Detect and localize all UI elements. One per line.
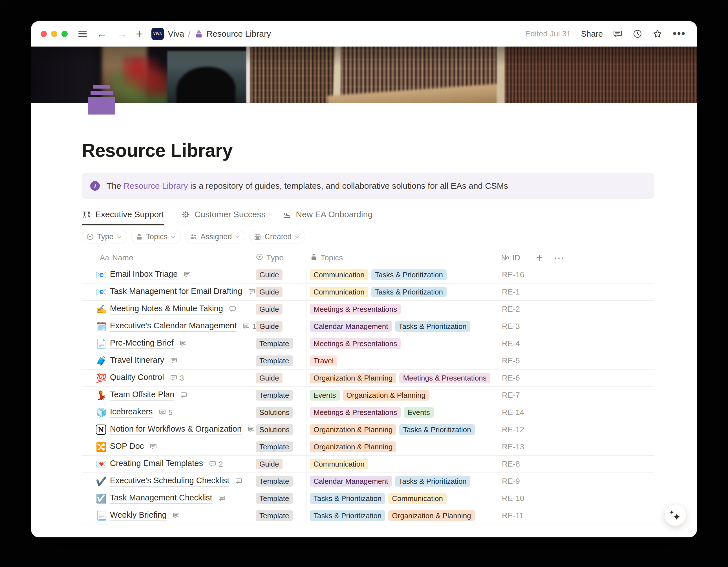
id-cell[interactable]: RE-8 [498,456,528,473]
topics-cell[interactable]: CommunicationTasks & Prioritization [306,284,498,301]
sidebar-menu-icon[interactable] [78,31,87,37]
row-title[interactable]: Weekly Briefing [110,510,167,521]
comment-badge[interactable]: 2 [209,460,223,469]
row-title[interactable]: Meeting Notes & Minute Taking [110,304,223,315]
name-cell[interactable]: 🧳 Travel Itinerary [82,352,252,369]
topics-cell[interactable]: Tasks & PrioritizationOrganization & Pla… [306,507,498,524]
row-title[interactable]: Travel Itinerary [110,356,164,366]
id-cell[interactable]: RE-6 [498,370,528,387]
type-cell[interactable]: Template [252,387,306,404]
name-cell[interactable]: 🧊 Icebreakers 5 [82,404,252,421]
minimize-button[interactable] [51,31,57,37]
table-row[interactable]: ✍️ Meeting Notes & Minute Taking Guide M… [82,301,654,318]
id-cell[interactable]: RE-11 [498,507,528,524]
column-header-name[interactable]: Aa Name [82,253,252,262]
table-row[interactable]: 🧊 Icebreakers 5 Solutions Meetings & Pre… [82,404,654,421]
name-cell[interactable]: 📃 Weekly Briefing [82,507,252,524]
topics-cell[interactable]: Organization & PlanningMeetings & Presen… [306,370,498,387]
name-cell[interactable]: 🔀 SOP Doc [82,438,252,455]
share-button[interactable]: Share [581,29,603,39]
type-cell[interactable]: Guide [252,370,306,387]
row-title[interactable]: Icebreakers [110,407,153,418]
comment-badge[interactable] [149,443,160,451]
filter-pill-topics[interactable]: Topics [131,230,181,243]
type-cell[interactable]: Guide [252,301,306,318]
name-cell[interactable]: 📧 Email Inbox Triage [82,266,252,283]
topics-cell[interactable]: Meetings & Presentations [306,335,498,352]
type-cell[interactable]: Template [252,352,306,369]
id-cell[interactable]: RE-5 [498,352,528,369]
comment-badge[interactable] [218,495,228,502]
new-tab-button[interactable]: + [136,28,142,39]
row-title[interactable]: Notion for Workflows & Organization [110,424,242,435]
name-cell[interactable]: 🗓️ Executive’s Calendar Management 1 [82,318,252,335]
name-cell[interactable]: 💃 Team Offsite Plan [82,387,252,404]
comment-badge[interactable]: 3 [170,374,184,383]
close-button[interactable] [41,31,47,37]
id-cell[interactable]: RE-12 [498,421,528,438]
comment-badge[interactable] [229,305,239,313]
table-row[interactable]: 🗓️ Executive’s Calendar Management 1 Gui… [82,318,654,335]
type-cell[interactable]: Template [252,507,306,524]
table-row[interactable]: 🔀 SOP Doc Template Organization & Planni… [82,438,654,456]
table-row[interactable]: 📧 Task Management for Email Drafting Gui… [82,284,654,301]
id-cell[interactable]: RE-13 [498,438,528,455]
name-cell[interactable]: N Notion for Workflows & Organization [82,421,252,438]
filter-pill-created[interactable]: Created [249,230,305,243]
comment-badge[interactable] [183,271,193,279]
row-title[interactable]: Task Management Checklist [110,493,212,504]
filter-pill-assigned[interactable]: Assigned [185,230,245,243]
table-row[interactable]: 📄 Pre-Meeting Brief Template Meetings & … [82,335,654,352]
type-cell[interactable]: Template [252,438,306,455]
name-cell[interactable]: ☑️ Task Management Checklist [82,490,252,507]
table-options-icon[interactable]: ⋯ [554,252,564,263]
topics-cell[interactable]: Organization & PlanningTasks & Prioritiz… [306,421,498,438]
row-title[interactable]: SOP Doc [110,442,144,452]
back-button[interactable]: ← [96,28,107,39]
table-row[interactable]: 🧳 Travel Itinerary Template Travel RE-5 [82,352,654,370]
ai-assistant-button[interactable]: ✦✦ [664,504,686,526]
topics-cell[interactable]: Meetings & PresentationsEvents [306,404,498,421]
page-icon-archive[interactable] [88,85,115,114]
type-cell[interactable]: Template [252,473,306,490]
table-row[interactable]: 💌 Creating Email Templates 2 Guide Commu… [82,456,654,473]
type-cell[interactable]: Solutions [252,421,306,438]
comment-badge[interactable] [180,391,190,399]
row-title[interactable]: Task Management for Email Drafting [110,287,242,297]
zoom-button[interactable] [61,31,68,37]
topics-cell[interactable]: Organization & Planning [306,438,498,455]
row-title[interactable]: Executive’s Calendar Management [110,321,237,332]
topics-cell[interactable]: Calendar ManagementTasks & Prioritizatio… [306,318,498,335]
topics-cell[interactable]: Communication [306,456,498,473]
tab-new-ea-onboarding[interactable]: New EA Onboarding [282,208,373,225]
topics-cell[interactable]: Travel [306,352,498,369]
column-header-id[interactable]: № ID [498,253,528,262]
favorite-star-icon[interactable] [652,29,663,39]
row-title[interactable]: Team Offsite Plan [110,390,174,401]
type-cell[interactable]: Solutions [252,404,306,421]
breadcrumb-workspace[interactable]: Viva [168,29,184,39]
id-cell[interactable]: RE-10 [498,490,528,507]
id-cell[interactable]: RE-1 [498,284,528,301]
id-cell[interactable]: RE-14 [498,404,528,421]
table-row[interactable]: ✔️ Executive’s Scheduling Checklist Temp… [82,473,654,490]
name-cell[interactable]: 💌 Creating Email Templates 2 [82,456,252,473]
forward-button[interactable]: → [117,28,127,39]
id-cell[interactable]: RE-9 [498,473,528,490]
comment-badge[interactable] [235,477,245,485]
table-row[interactable]: 💃 Team Offsite Plan Template EventsOrgan… [82,387,654,404]
topics-cell[interactable]: Tasks & PrioritizationCommunication [306,490,498,507]
table-row[interactable]: ☑️ Task Management Checklist Template Ta… [82,490,654,507]
resource-library-link[interactable]: Resource Library [123,181,188,190]
table-row[interactable]: 💯 Quality Control 3 Guide Organization &… [82,370,654,387]
tab-executive-support[interactable]: Executive Support [82,208,164,225]
name-cell[interactable]: ✔️ Executive’s Scheduling Checklist [82,473,252,490]
workspace-logo[interactable]: VIVA [151,28,164,40]
name-cell[interactable]: ✍️ Meeting Notes & Minute Taking [82,301,252,318]
name-cell[interactable]: 📄 Pre-Meeting Brief [82,335,252,352]
id-cell[interactable]: RE-3 [498,318,528,335]
comment-badge[interactable]: 5 [158,408,173,417]
column-header-topics[interactable]: Topics [306,253,498,262]
id-cell[interactable]: RE-16 [498,266,528,283]
type-cell[interactable]: Template [252,335,306,352]
